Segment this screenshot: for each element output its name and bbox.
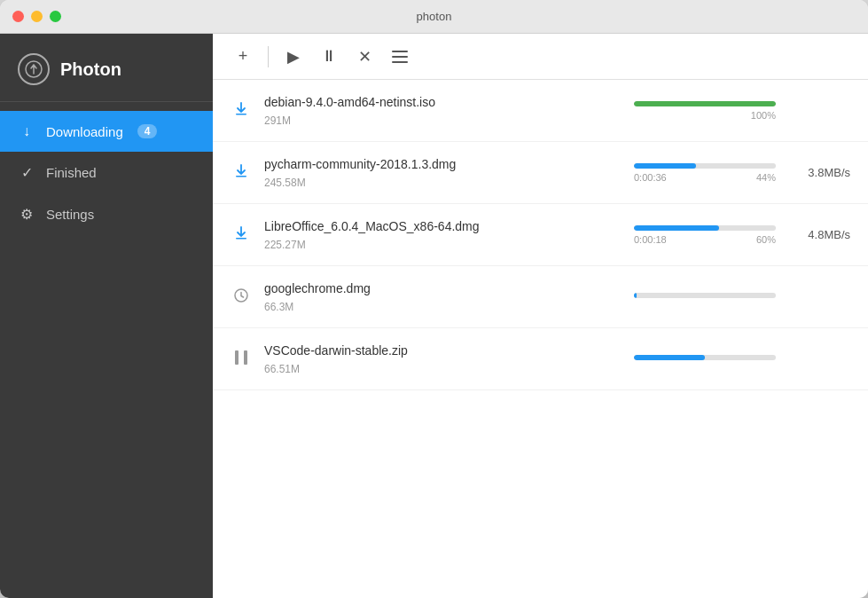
- svg-rect-1: [392, 51, 408, 52]
- sidebar-navigation: ↓ Downloading 4 ✓ Finished ⚙ Settings: [0, 102, 213, 244]
- progress-bar-fill: [634, 355, 705, 360]
- download-info: googlechrome.dmg 66.3M: [264, 281, 622, 313]
- progress-area: [634, 355, 776, 364]
- progress-area: 100%: [634, 101, 776, 121]
- progress-bar-fill: [634, 163, 696, 169]
- download-speed: 3.8MB/s: [788, 166, 850, 179]
- svg-rect-8: [235, 350, 239, 365]
- download-name: pycharm-community-2018.1.3.dmg: [264, 157, 622, 171]
- download-item: VSCode-darwin-stable.zip 66.51M: [213, 328, 868, 390]
- download-name: googlechrome.dmg: [264, 281, 622, 295]
- download-item: debian-9.4.0-amd64-netinst.iso 291M 100%: [213, 80, 868, 142]
- window-title: photon: [417, 10, 452, 23]
- download-info: LibreOffice_6.0.4_MacOS_x86-64.dmg 225.2…: [264, 219, 622, 251]
- svg-rect-6: [236, 238, 246, 240]
- download-item: pycharm-community-2018.1.3.dmg 245.58M 0…: [213, 142, 868, 204]
- toolbar: + ▶ ⏸ ✕: [213, 34, 868, 80]
- downloads-list: debian-9.4.0-amd64-netinst.iso 291M 100%: [213, 80, 868, 598]
- download-info: pycharm-community-2018.1.3.dmg 245.58M: [264, 157, 622, 189]
- progress-percent: 60%: [756, 234, 776, 245]
- app-window: photon Photon ↓ Downloading 4: [0, 0, 868, 598]
- progress-meta: 0:00:36 44%: [634, 172, 776, 183]
- download-size: 245.58M: [264, 177, 622, 189]
- play-button[interactable]: ▶: [278, 41, 309, 73]
- svg-rect-4: [236, 114, 246, 115]
- download-speed: 4.8MB/s: [788, 228, 850, 241]
- svg-rect-2: [392, 56, 408, 58]
- progress-bar-fill: [634, 225, 719, 231]
- progress-time: 0:00:18: [634, 234, 667, 245]
- close-button[interactable]: [12, 11, 24, 22]
- progress-bar-bg: [634, 225, 776, 231]
- titlebar: photon: [0, 0, 868, 34]
- toolbar-divider: [268, 46, 269, 67]
- download-size: 225.27M: [264, 239, 622, 251]
- progress-bar-fill: [634, 293, 637, 298]
- progress-time: 0:00:36: [634, 172, 667, 183]
- progress-percent: 44%: [756, 172, 776, 183]
- checkmark-icon: ✓: [18, 164, 35, 181]
- nav-label-settings: Settings: [46, 207, 94, 222]
- sidebar: Photon ↓ Downloading 4 ✓ Finished ⚙ Sett…: [0, 34, 213, 598]
- cancel-button[interactable]: ✕: [348, 41, 380, 73]
- clock-icon: [231, 288, 252, 306]
- progress-bar-bg: [634, 293, 776, 298]
- download-size: 291M: [264, 114, 622, 127]
- progress-percent: 100%: [751, 110, 776, 121]
- maximize-button[interactable]: [50, 11, 61, 22]
- download-name: LibreOffice_6.0.4_MacOS_x86-64.dmg: [264, 219, 622, 233]
- progress-bar-fill: [634, 101, 776, 106]
- download-item: LibreOffice_6.0.4_MacOS_x86-64.dmg 225.2…: [213, 204, 868, 266]
- pause-button[interactable]: ⏸: [313, 41, 345, 73]
- svg-rect-9: [244, 350, 247, 365]
- download-size: 66.51M: [264, 363, 622, 375]
- download-size: 66.3M: [264, 301, 622, 313]
- download-arrow-icon: [231, 226, 252, 244]
- window-controls: [12, 11, 61, 22]
- progress-area: 0:00:18 60%: [634, 225, 776, 245]
- download-arrow-icon: [231, 102, 252, 120]
- download-item: googlechrome.dmg 66.3M: [213, 266, 868, 328]
- logo-text: Photon: [60, 59, 121, 80]
- logo-icon: [18, 53, 50, 85]
- sidebar-item-finished[interactable]: ✓ Finished: [0, 152, 213, 193]
- progress-bar-bg: [634, 163, 776, 169]
- list-button[interactable]: [384, 41, 416, 73]
- download-name: VSCode-darwin-stable.zip: [264, 343, 622, 358]
- sidebar-item-downloading[interactable]: ↓ Downloading 4: [0, 111, 213, 152]
- sidebar-logo: Photon: [0, 34, 213, 102]
- gear-icon: ⚙: [18, 206, 35, 223]
- download-info: VSCode-darwin-stable.zip 66.51M: [264, 343, 622, 375]
- main-content: Photon ↓ Downloading 4 ✓ Finished ⚙ Sett…: [0, 34, 868, 598]
- progress-meta: 0:00:18 60%: [634, 234, 776, 245]
- nav-badge-downloading: 4: [137, 124, 158, 138]
- download-icon: ↓: [18, 123, 35, 139]
- nav-label-downloading: Downloading: [46, 124, 123, 139]
- content-area: + ▶ ⏸ ✕: [213, 34, 868, 598]
- sidebar-item-settings[interactable]: ⚙ Settings: [0, 193, 213, 235]
- progress-meta: 100%: [634, 110, 776, 121]
- pause-icon: [231, 350, 252, 368]
- download-name: debian-9.4.0-amd64-netinst.iso: [264, 95, 622, 109]
- nav-label-finished: Finished: [46, 165, 97, 180]
- progress-bar-bg: [634, 355, 776, 360]
- svg-rect-3: [392, 61, 408, 63]
- download-info: debian-9.4.0-amd64-netinst.iso 291M: [264, 95, 622, 127]
- svg-rect-5: [236, 176, 246, 177]
- progress-bar-bg: [634, 101, 776, 106]
- progress-area: 0:00:36 44%: [634, 163, 776, 183]
- progress-area: [634, 293, 776, 302]
- download-arrow-icon: [231, 164, 252, 182]
- add-button[interactable]: +: [227, 41, 259, 73]
- minimize-button[interactable]: [31, 11, 43, 22]
